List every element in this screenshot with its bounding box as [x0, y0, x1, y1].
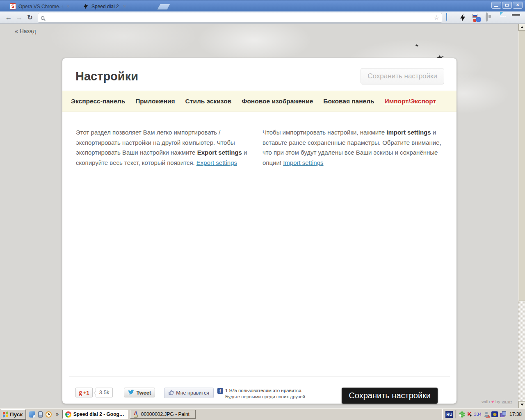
import-paragraph: Чтобы импортировать настройки, нажмите I…	[262, 128, 443, 168]
save-settings-bottom-button[interactable]: Сохранить настройки	[342, 388, 438, 404]
show-desktop-icon[interactable]	[29, 411, 35, 418]
quick-launch-chevron-icon[interactable]: »	[56, 411, 59, 417]
nav-item-thumbnail-style[interactable]: Стиль эскизов	[185, 98, 232, 105]
chrome-icon	[65, 411, 71, 418]
clock: 17:38	[509, 411, 522, 417]
tweet-button[interactable]: Tweet	[124, 388, 155, 397]
tab-opera-vs-chrome[interactable]: S Opera VS Chrome. Обновле ×	[2, 1, 78, 11]
stop-hand-extension-icon[interactable]	[486, 14, 494, 22]
arrow-up-icon	[520, 25, 524, 28]
icq-icon[interactable]	[459, 411, 465, 417]
tray-separator	[455, 410, 456, 418]
page-viewport: « Назад Настройки Сохранить настройки Эк…	[0, 24, 525, 408]
close-button[interactable]: ×	[513, 2, 523, 9]
scroll-down-button[interactable]	[518, 401, 525, 408]
tab-close-icon[interactable]: ×	[66, 5, 70, 9]
calendar-extension-icon[interactable]	[446, 14, 454, 22]
nav-item-background-image[interactable]: Фоновое изображение	[242, 98, 313, 105]
device-icon[interactable]	[38, 411, 43, 418]
restore-button[interactable]	[502, 2, 512, 9]
export-settings-link[interactable]: Export settings	[196, 159, 237, 166]
credit-with: with	[482, 399, 490, 404]
start-button[interactable]: Пуск	[1, 409, 26, 419]
plus-one-count: 3.5k	[96, 388, 113, 397]
import-text-1: Чтобы импортировать настройки, нажмите	[262, 129, 386, 136]
tab-speed-dial[interactable]: Speed dial 2 ×	[75, 1, 157, 11]
window-controls: ×	[491, 2, 523, 9]
hamburger-icon	[512, 14, 520, 16]
vertical-scrollbar[interactable]	[518, 24, 525, 408]
import-export-content: Этот раздел позволяет Вам легко импортир…	[62, 112, 457, 168]
task-chrome[interactable]: Speed dial 2 - Google ...	[62, 410, 128, 419]
browser-menu-button[interactable]	[512, 14, 520, 22]
browser-toolbar: ← → ↻ ☆	[0, 11, 525, 24]
title-bar: S Opera VS Chrome. Обновле × Speed dial …	[0, 0, 525, 11]
task-label: 00000002.JPG - Paint	[141, 411, 189, 417]
save-settings-top-button[interactable]: Сохранить настройки	[361, 68, 444, 84]
speed-dial-extension-icon[interactable]	[459, 14, 468, 22]
google-plus-one-button[interactable]: S g +1	[75, 388, 93, 397]
status-person-icon[interactable]	[484, 412, 489, 417]
nav-item-import-export[interactable]: Импорт/Экспорт	[385, 98, 436, 105]
forward-icon[interactable]: →	[14, 14, 25, 22]
settings-nav: Экспресс-панель Приложения Стиль эскизов…	[62, 91, 457, 112]
browser-window: S Opera VS Chrome. Обновле × Speed dial …	[0, 0, 525, 420]
restore-icon	[505, 4, 509, 7]
windows-logo-icon	[3, 411, 8, 417]
network-icon[interactable]	[500, 411, 506, 417]
clock-app-icon[interactable]	[46, 411, 52, 418]
nav-item-apps[interactable]: Приложения	[135, 98, 175, 105]
facebook-info: f 1 975 пользователям это нравится. Будь…	[217, 388, 306, 400]
facebook-like-button[interactable]: Мне нравится	[164, 388, 214, 398]
social-buttons: S g +1 3.5k Tweet	[75, 388, 306, 400]
scroll-up-button[interactable]	[518, 24, 525, 31]
site-favicon: S	[10, 3, 16, 9]
hand-icon	[486, 12, 488, 22]
system-tray: RU K 334 ((•)) 17:38	[442, 409, 524, 420]
bird-icon	[415, 41, 419, 49]
author-link[interactable]: virae	[502, 399, 512, 404]
kaspersky-icon[interactable]: K	[467, 411, 471, 418]
address-bar[interactable]: ☆	[38, 13, 442, 23]
start-label: Пуск	[10, 411, 23, 418]
nav-item-express-panel[interactable]: Экспресс-панель	[71, 98, 125, 105]
facebook-like-count-line: 1 975 пользователям это нравится.	[225, 388, 306, 394]
tray-badge-count: 334	[474, 412, 482, 417]
plus-one-label: +1	[83, 390, 89, 396]
back-icon[interactable]: ←	[3, 14, 14, 22]
card-bottom: S g +1 3.5k Tweet	[62, 377, 457, 404]
translate-extension-icon[interactable]	[472, 14, 481, 22]
import-settings-link[interactable]: Import settings	[283, 159, 323, 166]
author-credit: with ♥ by virae	[482, 399, 512, 404]
settings-card: Настройки Сохранить настройки Экспресс-п…	[62, 58, 457, 404]
blue-square-icon	[476, 17, 481, 22]
chat-extension-icon[interactable]	[499, 14, 507, 22]
twitter-bird-icon	[128, 389, 134, 396]
quick-launch-bar: »	[29, 411, 60, 418]
reload-icon[interactable]: ↻	[25, 14, 35, 21]
google-g-icon: g	[79, 389, 82, 396]
calendar-icon	[446, 13, 447, 21]
scrollbar-thumb[interactable]	[518, 31, 525, 301]
tab-close-icon[interactable]: ×	[123, 5, 126, 9]
search-icon	[41, 15, 46, 20]
facebook-like-text: 1 975 пользователям это нравится. Будьте…	[225, 388, 306, 400]
windows-taskbar: Пуск » Speed dial 2 - Google ... 0000000…	[0, 408, 525, 420]
bookmark-star-icon[interactable]: ☆	[434, 14, 439, 21]
tab-title: Opera VS Chrome. Обновле	[18, 4, 62, 9]
back-link[interactable]: « Назад	[15, 28, 36, 34]
language-indicator[interactable]: RU	[445, 411, 453, 418]
url-input[interactable]	[48, 13, 431, 22]
card-footer: S g +1 3.5k Tweet	[62, 377, 457, 404]
minimize-button[interactable]	[491, 2, 501, 9]
extension-icons	[446, 14, 520, 22]
like-label: Мне нравится	[176, 390, 209, 396]
tab-strip: S Opera VS Chrome. Обновле × Speed dial …	[2, 1, 169, 11]
task-label: Speed dial 2 - Google ...	[73, 411, 125, 417]
wireless-icon[interactable]: ((•))	[491, 411, 498, 417]
new-tab-button[interactable]	[157, 4, 171, 10]
task-paint[interactable]: 00000002.JPG - Paint	[130, 410, 196, 419]
arrow-down-icon	[520, 404, 524, 407]
import-strong: Import settings	[386, 129, 431, 136]
nav-item-sidebar[interactable]: Боковая панель	[323, 98, 374, 105]
